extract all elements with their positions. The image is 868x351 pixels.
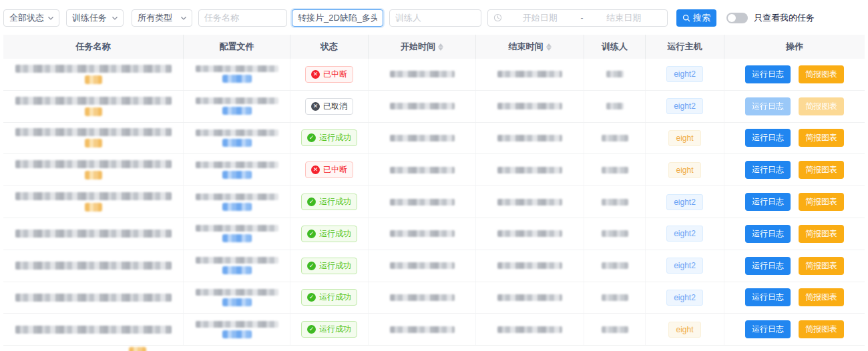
- column-header-label: 操作: [786, 41, 803, 53]
- category-select[interactable]: 所有类型: [132, 9, 192, 27]
- redacted-end-time: [497, 230, 562, 237]
- column-header-label: 结束时间: [509, 41, 544, 53]
- config-file-cell: [184, 218, 290, 250]
- host-badge: eight2: [666, 98, 703, 114]
- column-header-3[interactable]: 开始时间: [369, 35, 476, 59]
- report-chart-button[interactable]: 简报图表: [799, 193, 844, 211]
- redacted-config-link[interactable]: [222, 139, 252, 147]
- status-cross-icon: ✕: [311, 70, 320, 79]
- run-log-button[interactable]: 运行日志: [745, 320, 791, 338]
- date-range-picker[interactable]: 开始日期 - 结束日期: [487, 9, 668, 27]
- trainer-cell: [584, 282, 646, 314]
- report-chart-button[interactable]: 简报图表: [799, 257, 844, 275]
- report-chart-button[interactable]: 简报图表: [799, 320, 844, 338]
- column-header-5: 训练人: [584, 35, 646, 59]
- run-log-button[interactable]: 运行日志: [745, 193, 791, 211]
- column-header-4[interactable]: 结束时间: [476, 35, 584, 59]
- redacted-config-name: [196, 225, 278, 232]
- redacted-config-link[interactable]: [222, 75, 252, 83]
- redacted-task-name: [15, 97, 172, 105]
- run-log-button[interactable]: 运行日志: [745, 161, 791, 179]
- redacted-start-time: [390, 103, 455, 109]
- redacted-start-time: [390, 135, 455, 141]
- host-badge: eight2: [666, 258, 703, 274]
- actions-cell: 运行日志简报图表: [724, 218, 865, 250]
- actions-cell: 运行日志简报图表: [724, 91, 865, 122]
- redacted-config-link[interactable]: [222, 107, 252, 115]
- column-header-2: 状态: [290, 35, 369, 59]
- redacted-task-name: [15, 128, 172, 136]
- redacted-config-link[interactable]: [222, 330, 252, 338]
- trainer-cell: [584, 186, 646, 218]
- status-badge: ✕已取消: [305, 98, 353, 115]
- task-name-cell: [3, 282, 184, 314]
- run-log-button[interactable]: 运行日志: [745, 97, 791, 115]
- redacted-config-link[interactable]: [222, 234, 252, 242]
- run-log-button[interactable]: 运行日志: [745, 225, 791, 243]
- start-date-placeholder[interactable]: 开始日期: [502, 12, 578, 24]
- task-type-select[interactable]: 训练任务: [66, 9, 124, 27]
- status-badge: ✓运行成功: [301, 321, 357, 338]
- redacted-config-link[interactable]: [222, 298, 252, 306]
- status-badge: ✕已中断: [305, 161, 353, 178]
- redacted-trainer: [606, 71, 624, 77]
- search-button[interactable]: 搜索: [676, 9, 716, 27]
- status-badge: ✓运行成功: [301, 226, 357, 242]
- report-chart-button[interactable]: 简报图表: [799, 129, 844, 147]
- redacted-config-name: [196, 65, 278, 72]
- task-name-cell: [3, 91, 184, 122]
- report-chart-button[interactable]: 简报图表: [799, 65, 844, 83]
- redacted-task-tag: [85, 171, 102, 180]
- run-log-button[interactable]: 运行日志: [745, 288, 791, 306]
- redacted-config-link[interactable]: [222, 171, 252, 179]
- host-badge: eight2: [666, 194, 703, 210]
- report-chart-button[interactable]: 简报图表: [799, 97, 844, 115]
- end-time-cell: [476, 123, 584, 154]
- column-header-label: 运行主机: [668, 41, 702, 53]
- run-log-button[interactable]: 运行日志: [745, 129, 791, 147]
- task-name-input-wrap: [198, 9, 287, 27]
- host-badge: eight: [668, 130, 700, 146]
- end-date-placeholder[interactable]: 结束日期: [586, 12, 662, 24]
- filter-bar: 全部状态 训练任务 所有类型 开始日期 - 结束日期: [0, 0, 868, 29]
- host-badge: eight2: [666, 290, 703, 306]
- status-select[interactable]: 全部状态: [3, 9, 59, 27]
- status-check-icon: ✓: [307, 133, 316, 142]
- run-log-button[interactable]: 运行日志: [745, 257, 791, 275]
- status-cross-icon: ✕: [311, 102, 320, 111]
- host-badge: eight: [668, 162, 700, 178]
- host-cell: eight: [646, 154, 724, 186]
- redacted-task-name: [15, 65, 172, 73]
- table-row: ✕已中断eight2运行日志简报图表: [3, 59, 865, 91]
- report-chart-button[interactable]: 简报图表: [799, 288, 844, 306]
- status-check-icon: ✓: [307, 230, 316, 238]
- trainer-cell: [584, 154, 646, 186]
- task-name-input[interactable]: [204, 13, 281, 23]
- redacted-config-name: [196, 194, 278, 200]
- redacted-task-name: [15, 160, 172, 168]
- redacted-end-time: [497, 326, 562, 333]
- status-badge: ✓运行成功: [301, 194, 357, 210]
- actions-cell: 运行日志简报图表: [724, 250, 865, 282]
- report-chart-button[interactable]: 简报图表: [799, 161, 844, 179]
- redacted-config-link[interactable]: [222, 203, 252, 211]
- redacted-config-link[interactable]: [222, 266, 252, 274]
- sort-carets-icon[interactable]: [438, 43, 443, 51]
- redacted-trainer: [602, 167, 628, 173]
- redacted-trainer: [602, 199, 628, 206]
- actions-cell: 运行日志简报图表: [724, 123, 865, 154]
- redacted-start-time: [390, 230, 455, 237]
- end-time-cell: [476, 186, 584, 218]
- report-chart-button[interactable]: 简报图表: [799, 225, 844, 243]
- my-tasks-toggle[interactable]: [726, 13, 748, 23]
- trainer-input[interactable]: [395, 13, 475, 23]
- status-label: 运行成功: [319, 132, 351, 143]
- sort-carets-icon[interactable]: [546, 43, 552, 51]
- status-label: 运行成功: [319, 228, 351, 240]
- search-keyword-input[interactable]: [298, 13, 377, 23]
- trainer-cell: [584, 250, 646, 282]
- status-label: 运行成功: [319, 292, 351, 303]
- host-badge: eight: [668, 322, 700, 338]
- task-name-cell: [3, 218, 184, 250]
- run-log-button[interactable]: 运行日志: [745, 65, 791, 83]
